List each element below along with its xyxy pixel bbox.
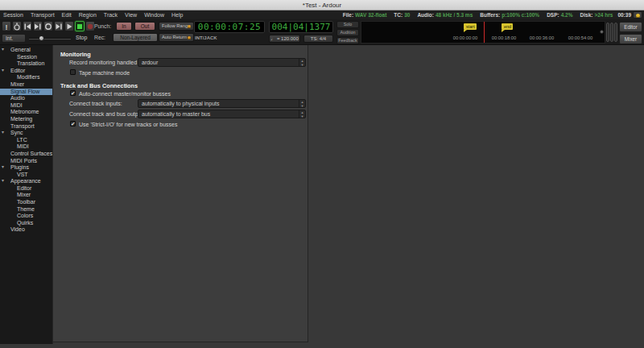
midi-panic-button[interactable]: ! [2, 21, 11, 31]
status-value: p:100% c:100% [502, 12, 539, 18]
pane-knob[interactable] [600, 30, 604, 34]
status-label: File: [343, 12, 353, 18]
follow-range-button[interactable]: Follow Range [159, 22, 194, 31]
strict-io-checkbox[interactable] [70, 121, 76, 126]
sidebar-item-metronome[interactable]: Metronome [0, 109, 52, 116]
sidebar-item-general[interactable]: ▾General [0, 47, 52, 54]
log-alert-icon[interactable] [633, 11, 642, 19]
indicator-audition[interactable]: Audition [336, 29, 359, 36]
sidebar-item-video[interactable]: Video [0, 226, 52, 234]
record-mode-button[interactable]: Non-Layered [113, 33, 158, 42]
status-label: DSP: [547, 12, 559, 18]
indicator-feedback[interactable]: Feedback [336, 37, 359, 44]
preferences-tree: ▾GeneralSessionTranslation▾EditorModifie… [0, 45, 53, 344]
chevron-down-icon[interactable]: ▾ [2, 164, 4, 171]
chevron-down-icon[interactable]: ▾ [2, 129, 4, 136]
secondary-clock[interactable]: 004|04|1377 [269, 21, 333, 33]
sidebar-item-vst[interactable]: VST [0, 172, 52, 179]
tab-editor[interactable]: Editor [619, 22, 642, 32]
pane-grip[interactable] [614, 23, 617, 42]
menu-help[interactable]: Help [171, 10, 183, 19]
playhead[interactable] [484, 22, 485, 44]
menu-region[interactable]: Region [79, 10, 97, 19]
menu-session[interactable]: Session [3, 10, 23, 19]
shuttle-thumb[interactable] [39, 35, 44, 41]
preferences-page: ▾GeneralSessionTranslation▾EditorModifie… [0, 45, 644, 348]
stopwatch-button[interactable] [12, 21, 22, 31]
sidebar-item-theme[interactable]: Theme [0, 206, 52, 213]
play-button[interactable] [64, 21, 74, 31]
chevron-down-icon[interactable]: ▾ [2, 177, 4, 184]
status-label: Audio: [417, 12, 434, 18]
tab-mixer[interactable]: Mixer [619, 34, 642, 44]
auto-connect-checkbox[interactable] [70, 90, 76, 96]
menu-transport[interactable]: Transport [31, 10, 55, 19]
sidebar-item-appearance[interactable]: ▾Appearance [0, 178, 52, 185]
shuttle-speed-slider[interactable] [29, 34, 71, 43]
sidebar-item-midi[interactable]: MIDI [0, 102, 52, 110]
sidebar-item-signal-flow[interactable]: Signal Flow [0, 89, 52, 96]
sync-source-label: INT/JACK [195, 35, 217, 40]
sidebar-item-label: Sync [10, 130, 23, 135]
track-outputs-select[interactable]: automatically to master bus ▲▼ [138, 110, 306, 118]
sidebar-item-mixer[interactable]: Mixer [0, 81, 52, 89]
sidebar-item-translation[interactable]: Translation [0, 60, 52, 68]
status-buffers: Buffers:p:100% c:100% [480, 12, 539, 18]
goto-start-button[interactable] [23, 21, 32, 31]
track-inputs-select[interactable]: automatically to physical inputs ▲▼ [138, 99, 306, 108]
timeline-marker-end[interactable]: end [502, 23, 513, 30]
indicator-solo[interactable]: Solo [336, 21, 359, 28]
play-range-button[interactable] [54, 21, 64, 31]
status-disk: Disk:>24 hrs [580, 12, 613, 18]
goto-end-button[interactable] [33, 21, 43, 31]
select-stepper-icon: ▲▼ [299, 110, 305, 118]
sidebar-item-toolbar[interactable]: Toolbar [0, 199, 52, 206]
status-bar: File:WAV 32-floatTC:30Audio:48 kHz / 5.3… [336, 10, 631, 19]
punch-in-button[interactable]: In [116, 22, 132, 31]
sidebar-item-session[interactable]: Session [0, 54, 52, 61]
sidebar-item-metering[interactable]: Metering [0, 116, 52, 123]
sidebar-item-editor[interactable]: Editor [0, 185, 52, 193]
sidebar-item-control-surfaces[interactable]: Control Surfaces [0, 151, 52, 158]
primary-clock[interactable]: 00:00:07:25 [194, 21, 265, 33]
auto-return-button[interactable]: Auto Return [159, 33, 194, 42]
sidebar-item-label: MIDI Ports [10, 158, 37, 164]
shuttle-track [29, 38, 71, 39]
sidebar-item-sync[interactable]: ▾Sync [0, 130, 52, 137]
title-bar[interactable]: *Test - Ardour [0, 0, 644, 10]
menu-track[interactable]: Track [104, 10, 118, 19]
sidebar-item-label: Metronome [10, 109, 39, 114]
tape-machine-checkbox[interactable] [70, 69, 76, 75]
sidebar-item-editor[interactable]: ▾Editor [0, 68, 52, 75]
sidebar-item-label: Mixer [17, 192, 31, 197]
status-label: Disk: [580, 12, 593, 18]
chevron-down-icon[interactable]: ▾ [2, 46, 4, 53]
stop-button[interactable] [75, 21, 85, 31]
status-label: Buffers: [480, 12, 500, 18]
sidebar-item-ltc[interactable]: LTC [0, 137, 52, 144]
sidebar-item-transport[interactable]: Transport [0, 123, 52, 130]
chevron-down-icon[interactable]: ▾ [2, 67, 4, 74]
ruler-label: 00:00:18:00 [492, 35, 517, 40]
menu-edit[interactable]: Edit [62, 10, 72, 19]
tempo-button[interactable]: ♩ = 120.000 [269, 35, 300, 43]
sidebar-item-quirks[interactable]: Quirks [0, 220, 52, 227]
pane-grip[interactable] [610, 23, 613, 42]
sidebar-item-mixer[interactable]: Mixer [0, 192, 52, 199]
sync-source-button[interactable]: Int. [2, 34, 26, 43]
timeline-marker-start[interactable]: start [464, 23, 477, 30]
mini-timeline[interactable]: startend00:00:00:0000:00:18:0000:00:36:0… [361, 21, 605, 44]
menu-view[interactable]: View [125, 10, 137, 19]
sidebar-item-plugins[interactable]: ▾Plugins [0, 164, 52, 172]
pane-grip[interactable] [606, 23, 609, 42]
sidebar-item-modifiers[interactable]: Modifiers [0, 74, 52, 81]
punch-out-button[interactable]: Out [134, 22, 155, 31]
sidebar-item-midi-ports[interactable]: MIDI Ports [0, 158, 52, 165]
loop-button[interactable] [43, 21, 53, 31]
sidebar-item-audio[interactable]: Audio [0, 95, 52, 102]
record-monitoring-select[interactable]: ardour ▲▼ [138, 58, 306, 67]
menu-window[interactable]: Window [144, 10, 164, 19]
sidebar-item-colors[interactable]: Colors [0, 213, 52, 220]
sidebar-item-midi[interactable]: MIDI [0, 143, 52, 151]
time-signature-button[interactable]: TS: 4/4 [303, 35, 333, 43]
